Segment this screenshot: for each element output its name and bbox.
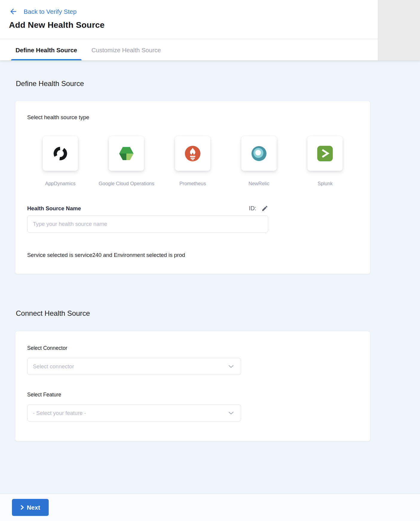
- chevron-right-icon: [21, 505, 24, 510]
- tab-customize-health-source[interactable]: Customize Health Source: [87, 47, 165, 60]
- feature-select-placeholder: - Select your feature -: [33, 410, 86, 416]
- define-section-title: Define Health Source: [16, 60, 420, 88]
- add-health-source-page: Back to Verify Step Add New Health Sourc…: [0, 0, 420, 521]
- newrelic-icon: [250, 145, 268, 162]
- id-group: ID:: [249, 205, 268, 212]
- page-title: Add New Health Source: [9, 20, 420, 30]
- id-label: ID:: [249, 205, 256, 212]
- prometheus-tile[interactable]: [175, 136, 210, 171]
- tile-label-prometheus: Prometheus: [180, 181, 206, 186]
- select-type-label: Select health source type: [27, 114, 358, 121]
- back-link[interactable]: Back to Verify Step: [9, 7, 76, 16]
- tab-define-health-source[interactable]: Define Health Source: [11, 47, 82, 60]
- tile-label-newrelic: NewRelic: [249, 181, 269, 186]
- header: Back to Verify Step Add New Health Sourc…: [0, 0, 420, 39]
- connector-select-placeholder: Select connector: [33, 363, 74, 370]
- tile-label-google-cloud-operations: Google Cloud Operations: [99, 181, 154, 186]
- connector-select[interactable]: Select connector: [27, 358, 241, 375]
- connect-section-title: Connect Health Source: [16, 309, 420, 318]
- health-source-option-google-cloud-operations: Google Cloud Operations: [93, 136, 160, 186]
- splunk-icon: [316, 145, 334, 162]
- back-link-label: Back to Verify Step: [24, 8, 76, 15]
- google-cloud-operations-icon: [118, 146, 135, 161]
- footer: Next: [0, 494, 420, 521]
- chevron-down-icon: [229, 412, 234, 415]
- health-source-name-input[interactable]: [27, 215, 268, 233]
- tile-label-appdynamics: AppDynamics: [45, 181, 76, 186]
- connect-health-source-card: Select Connector Select connector Select…: [15, 331, 370, 441]
- splunk-tile[interactable]: [307, 136, 343, 171]
- next-button-label: Next: [27, 504, 40, 511]
- health-source-option-newrelic: NewRelic: [226, 136, 292, 186]
- background-page-strip: [378, 0, 420, 60]
- arrow-left-icon: [9, 7, 18, 16]
- feature-select[interactable]: - Select your feature -: [27, 404, 241, 422]
- health-source-option-prometheus: Prometheus: [160, 136, 226, 186]
- content-area: Define Health Source Select health sourc…: [0, 60, 420, 494]
- prometheus-icon: [184, 145, 201, 162]
- next-button[interactable]: Next: [12, 499, 49, 516]
- health-source-option-splunk: Splunk: [292, 136, 358, 186]
- health-source-name-row: Health Source Name ID:: [27, 205, 268, 212]
- define-health-source-card: Select health source type AppDynamics: [15, 101, 370, 274]
- edit-pencil-icon[interactable]: [261, 205, 268, 212]
- appdynamics-tile[interactable]: [43, 136, 78, 171]
- tile-label-splunk: Splunk: [318, 181, 332, 186]
- health-source-type-row: AppDynamics Google Cloud Operations: [27, 136, 358, 186]
- tab-bar: Define Health Source Customize Health So…: [0, 39, 420, 60]
- health-source-name-label: Health Source Name: [27, 205, 81, 212]
- service-environment-text: Service selected is service240 and Envir…: [27, 252, 358, 258]
- chevron-down-icon: [229, 365, 234, 368]
- health-source-option-appdynamics: AppDynamics: [27, 136, 93, 186]
- appdynamics-icon: [52, 145, 69, 162]
- google-cloud-operations-tile[interactable]: [109, 136, 144, 171]
- select-connector-label: Select Connector: [27, 345, 358, 351]
- newrelic-tile[interactable]: [241, 136, 277, 171]
- select-feature-label: Select Feature: [27, 392, 358, 398]
